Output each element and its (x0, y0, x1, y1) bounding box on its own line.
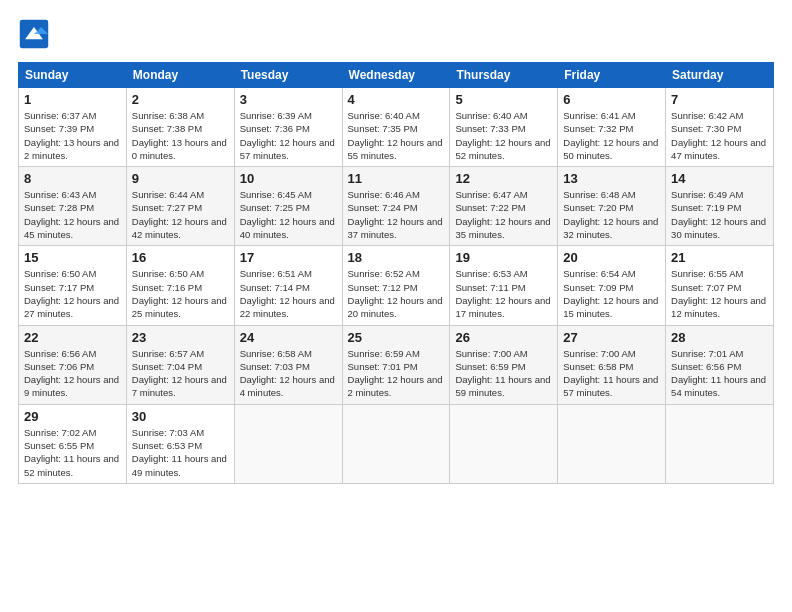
day-cell: 18Sunrise: 6:52 AM Sunset: 7:12 PM Dayli… (342, 246, 450, 325)
day-cell: 9Sunrise: 6:44 AM Sunset: 7:27 PM Daylig… (126, 167, 234, 246)
day-number: 30 (132, 409, 229, 424)
header-cell-thursday: Thursday (450, 63, 558, 88)
day-number: 28 (671, 330, 768, 345)
day-number: 15 (24, 250, 121, 265)
day-info: Sunrise: 6:51 AM Sunset: 7:14 PM Dayligh… (240, 267, 337, 320)
day-info: Sunrise: 6:45 AM Sunset: 7:25 PM Dayligh… (240, 188, 337, 241)
day-cell (342, 404, 450, 483)
day-number: 10 (240, 171, 337, 186)
day-number: 9 (132, 171, 229, 186)
week-row-1: 1Sunrise: 6:37 AM Sunset: 7:39 PM Daylig… (19, 88, 774, 167)
week-row-2: 8Sunrise: 6:43 AM Sunset: 7:28 PM Daylig… (19, 167, 774, 246)
day-cell: 16Sunrise: 6:50 AM Sunset: 7:16 PM Dayli… (126, 246, 234, 325)
day-number: 18 (348, 250, 445, 265)
day-info: Sunrise: 6:39 AM Sunset: 7:36 PM Dayligh… (240, 109, 337, 162)
day-info: Sunrise: 6:48 AM Sunset: 7:20 PM Dayligh… (563, 188, 660, 241)
day-info: Sunrise: 6:37 AM Sunset: 7:39 PM Dayligh… (24, 109, 121, 162)
day-info: Sunrise: 6:38 AM Sunset: 7:38 PM Dayligh… (132, 109, 229, 162)
day-cell: 11Sunrise: 6:46 AM Sunset: 7:24 PM Dayli… (342, 167, 450, 246)
day-info: Sunrise: 7:01 AM Sunset: 6:56 PM Dayligh… (671, 347, 768, 400)
day-info: Sunrise: 6:54 AM Sunset: 7:09 PM Dayligh… (563, 267, 660, 320)
day-number: 27 (563, 330, 660, 345)
header-cell-wednesday: Wednesday (342, 63, 450, 88)
day-number: 7 (671, 92, 768, 107)
day-info: Sunrise: 6:49 AM Sunset: 7:19 PM Dayligh… (671, 188, 768, 241)
day-info: Sunrise: 7:00 AM Sunset: 6:59 PM Dayligh… (455, 347, 552, 400)
day-cell (450, 404, 558, 483)
day-number: 24 (240, 330, 337, 345)
day-cell: 25Sunrise: 6:59 AM Sunset: 7:01 PM Dayli… (342, 325, 450, 404)
day-info: Sunrise: 6:56 AM Sunset: 7:06 PM Dayligh… (24, 347, 121, 400)
day-cell: 29Sunrise: 7:02 AM Sunset: 6:55 PM Dayli… (19, 404, 127, 483)
day-cell: 3Sunrise: 6:39 AM Sunset: 7:36 PM Daylig… (234, 88, 342, 167)
day-info: Sunrise: 6:47 AM Sunset: 7:22 PM Dayligh… (455, 188, 552, 241)
day-number: 5 (455, 92, 552, 107)
day-number: 20 (563, 250, 660, 265)
day-info: Sunrise: 6:59 AM Sunset: 7:01 PM Dayligh… (348, 347, 445, 400)
day-cell: 27Sunrise: 7:00 AM Sunset: 6:58 PM Dayli… (558, 325, 666, 404)
day-info: Sunrise: 6:43 AM Sunset: 7:28 PM Dayligh… (24, 188, 121, 241)
day-number: 13 (563, 171, 660, 186)
day-number: 21 (671, 250, 768, 265)
day-info: Sunrise: 7:03 AM Sunset: 6:53 PM Dayligh… (132, 426, 229, 479)
header (18, 18, 774, 50)
day-info: Sunrise: 6:50 AM Sunset: 7:16 PM Dayligh… (132, 267, 229, 320)
header-cell-saturday: Saturday (666, 63, 774, 88)
day-number: 23 (132, 330, 229, 345)
day-cell: 6Sunrise: 6:41 AM Sunset: 7:32 PM Daylig… (558, 88, 666, 167)
day-number: 22 (24, 330, 121, 345)
day-info: Sunrise: 6:41 AM Sunset: 7:32 PM Dayligh… (563, 109, 660, 162)
week-row-4: 22Sunrise: 6:56 AM Sunset: 7:06 PM Dayli… (19, 325, 774, 404)
day-info: Sunrise: 6:40 AM Sunset: 7:35 PM Dayligh… (348, 109, 445, 162)
day-cell: 26Sunrise: 7:00 AM Sunset: 6:59 PM Dayli… (450, 325, 558, 404)
day-number: 4 (348, 92, 445, 107)
day-cell: 17Sunrise: 6:51 AM Sunset: 7:14 PM Dayli… (234, 246, 342, 325)
day-number: 14 (671, 171, 768, 186)
day-info: Sunrise: 6:57 AM Sunset: 7:04 PM Dayligh… (132, 347, 229, 400)
day-cell: 13Sunrise: 6:48 AM Sunset: 7:20 PM Dayli… (558, 167, 666, 246)
day-cell: 28Sunrise: 7:01 AM Sunset: 6:56 PM Dayli… (666, 325, 774, 404)
calendar-page: SundayMondayTuesdayWednesdayThursdayFrid… (0, 0, 792, 612)
day-cell: 14Sunrise: 6:49 AM Sunset: 7:19 PM Dayli… (666, 167, 774, 246)
day-cell: 21Sunrise: 6:55 AM Sunset: 7:07 PM Dayli… (666, 246, 774, 325)
logo (18, 18, 54, 50)
day-number: 1 (24, 92, 121, 107)
calendar-table: SundayMondayTuesdayWednesdayThursdayFrid… (18, 62, 774, 484)
day-number: 19 (455, 250, 552, 265)
day-cell: 15Sunrise: 6:50 AM Sunset: 7:17 PM Dayli… (19, 246, 127, 325)
day-cell: 22Sunrise: 6:56 AM Sunset: 7:06 PM Dayli… (19, 325, 127, 404)
day-cell: 24Sunrise: 6:58 AM Sunset: 7:03 PM Dayli… (234, 325, 342, 404)
day-cell: 1Sunrise: 6:37 AM Sunset: 7:39 PM Daylig… (19, 88, 127, 167)
day-info: Sunrise: 6:46 AM Sunset: 7:24 PM Dayligh… (348, 188, 445, 241)
day-number: 26 (455, 330, 552, 345)
day-number: 11 (348, 171, 445, 186)
day-number: 8 (24, 171, 121, 186)
week-row-3: 15Sunrise: 6:50 AM Sunset: 7:17 PM Dayli… (19, 246, 774, 325)
day-info: Sunrise: 6:55 AM Sunset: 7:07 PM Dayligh… (671, 267, 768, 320)
header-cell-friday: Friday (558, 63, 666, 88)
day-number: 3 (240, 92, 337, 107)
day-cell: 12Sunrise: 6:47 AM Sunset: 7:22 PM Dayli… (450, 167, 558, 246)
day-info: Sunrise: 7:00 AM Sunset: 6:58 PM Dayligh… (563, 347, 660, 400)
day-number: 2 (132, 92, 229, 107)
week-row-5: 29Sunrise: 7:02 AM Sunset: 6:55 PM Dayli… (19, 404, 774, 483)
day-info: Sunrise: 6:42 AM Sunset: 7:30 PM Dayligh… (671, 109, 768, 162)
day-cell: 20Sunrise: 6:54 AM Sunset: 7:09 PM Dayli… (558, 246, 666, 325)
day-info: Sunrise: 6:52 AM Sunset: 7:12 PM Dayligh… (348, 267, 445, 320)
day-cell: 5Sunrise: 6:40 AM Sunset: 7:33 PM Daylig… (450, 88, 558, 167)
day-info: Sunrise: 6:50 AM Sunset: 7:17 PM Dayligh… (24, 267, 121, 320)
day-info: Sunrise: 7:02 AM Sunset: 6:55 PM Dayligh… (24, 426, 121, 479)
day-info: Sunrise: 6:44 AM Sunset: 7:27 PM Dayligh… (132, 188, 229, 241)
day-number: 16 (132, 250, 229, 265)
day-number: 12 (455, 171, 552, 186)
day-cell (666, 404, 774, 483)
day-cell: 10Sunrise: 6:45 AM Sunset: 7:25 PM Dayli… (234, 167, 342, 246)
day-info: Sunrise: 6:40 AM Sunset: 7:33 PM Dayligh… (455, 109, 552, 162)
day-cell (558, 404, 666, 483)
day-cell (234, 404, 342, 483)
day-cell: 30Sunrise: 7:03 AM Sunset: 6:53 PM Dayli… (126, 404, 234, 483)
header-cell-tuesday: Tuesday (234, 63, 342, 88)
day-cell: 23Sunrise: 6:57 AM Sunset: 7:04 PM Dayli… (126, 325, 234, 404)
day-info: Sunrise: 6:58 AM Sunset: 7:03 PM Dayligh… (240, 347, 337, 400)
day-cell: 7Sunrise: 6:42 AM Sunset: 7:30 PM Daylig… (666, 88, 774, 167)
